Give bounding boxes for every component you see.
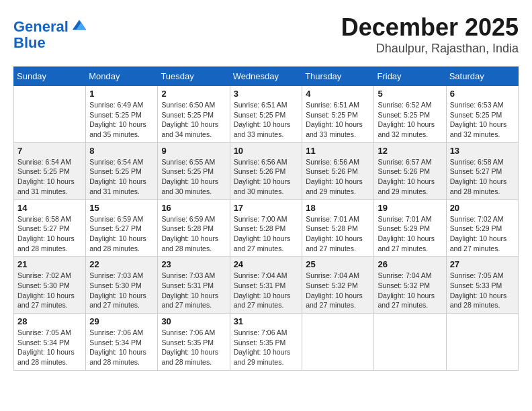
day-number: 5 [378, 89, 442, 99]
day-number: 30 [161, 316, 226, 326]
day-number: 20 [450, 203, 515, 213]
calendar-week-row: 1Sunrise: 6:49 AM Sunset: 5:25 PM Daylig… [14, 86, 519, 143]
calendar-cell: 27Sunrise: 7:05 AM Sunset: 5:33 PM Dayli… [446, 257, 518, 314]
calendar-cell: 7Sunrise: 6:54 AM Sunset: 5:25 PM Daylig… [14, 142, 86, 199]
day-number: 26 [378, 259, 442, 269]
calendar-cell [374, 314, 446, 371]
day-number: 14 [17, 203, 82, 213]
day-number: 7 [17, 146, 82, 156]
day-number: 17 [234, 203, 299, 213]
day-number: 24 [234, 259, 299, 269]
calendar-cell: 23Sunrise: 7:03 AM Sunset: 5:31 PM Dayli… [158, 257, 230, 314]
day-info: Sunrise: 6:52 AM Sunset: 5:25 PM Dayligh… [378, 100, 442, 140]
day-number: 6 [450, 89, 515, 99]
calendar-cell: 25Sunrise: 7:04 AM Sunset: 5:32 PM Dayli… [302, 257, 374, 314]
day-info: Sunrise: 7:06 AM Sunset: 5:34 PM Dayligh… [89, 328, 154, 367]
calendar-cell: 2Sunrise: 6:50 AM Sunset: 5:25 PM Daylig… [158, 86, 230, 143]
calendar-cell: 3Sunrise: 6:51 AM Sunset: 5:25 PM Daylig… [230, 86, 302, 143]
calendar-cell: 6Sunrise: 6:53 AM Sunset: 5:25 PM Daylig… [446, 86, 518, 143]
day-number: 9 [161, 146, 226, 156]
calendar-cell: 21Sunrise: 7:02 AM Sunset: 5:30 PM Dayli… [14, 257, 86, 314]
day-number: 18 [306, 203, 370, 213]
header-tuesday: Tuesday [158, 67, 230, 86]
day-info: Sunrise: 6:55 AM Sunset: 5:25 PM Dayligh… [161, 157, 226, 197]
calendar-cell: 19Sunrise: 7:01 AM Sunset: 5:29 PM Dayli… [374, 199, 446, 257]
calendar-cell: 17Sunrise: 7:00 AM Sunset: 5:28 PM Dayli… [230, 199, 302, 257]
day-number: 28 [17, 316, 82, 326]
month-title: December 2025 [341, 13, 519, 42]
day-info: Sunrise: 7:06 AM Sunset: 5:35 PM Dayligh… [161, 328, 226, 367]
day-number: 1 [89, 89, 154, 99]
calendar-cell: 13Sunrise: 6:58 AM Sunset: 5:27 PM Dayli… [446, 142, 518, 199]
day-info: Sunrise: 7:05 AM Sunset: 5:34 PM Dayligh… [17, 328, 82, 367]
day-info: Sunrise: 6:56 AM Sunset: 5:26 PM Dayligh… [306, 157, 370, 197]
calendar-cell: 1Sunrise: 6:49 AM Sunset: 5:25 PM Daylig… [86, 86, 158, 143]
day-number: 22 [89, 259, 154, 269]
calendar-cell: 20Sunrise: 7:02 AM Sunset: 5:29 PM Dayli… [446, 199, 518, 257]
day-number: 16 [161, 203, 226, 213]
calendar-header-row: SundayMondayTuesdayWednesdayThursdayFrid… [14, 67, 519, 86]
day-number: 12 [378, 146, 442, 156]
day-info: Sunrise: 7:02 AM Sunset: 5:29 PM Dayligh… [450, 214, 515, 254]
day-number: 10 [234, 146, 299, 156]
day-info: Sunrise: 6:51 AM Sunset: 5:25 PM Dayligh… [234, 100, 299, 140]
day-info: Sunrise: 6:59 AM Sunset: 5:28 PM Dayligh… [161, 214, 226, 254]
calendar-cell: 11Sunrise: 6:56 AM Sunset: 5:26 PM Dayli… [302, 142, 374, 199]
day-number: 19 [378, 203, 442, 213]
calendar: SundayMondayTuesdayWednesdayThursdayFrid… [13, 66, 519, 371]
header-saturday: Saturday [446, 67, 518, 86]
day-number: 4 [306, 89, 370, 99]
day-info: Sunrise: 6:54 AM Sunset: 5:25 PM Dayligh… [17, 157, 82, 197]
day-info: Sunrise: 7:06 AM Sunset: 5:35 PM Dayligh… [234, 328, 299, 367]
day-info: Sunrise: 6:49 AM Sunset: 5:25 PM Dayligh… [89, 100, 154, 140]
day-number: 27 [450, 259, 515, 269]
day-info: Sunrise: 7:05 AM Sunset: 5:33 PM Dayligh… [450, 271, 515, 310]
calendar-cell: 31Sunrise: 7:06 AM Sunset: 5:35 PM Dayli… [230, 314, 302, 371]
calendar-cell: 12Sunrise: 6:57 AM Sunset: 5:26 PM Dayli… [374, 142, 446, 199]
day-info: Sunrise: 7:04 AM Sunset: 5:32 PM Dayligh… [378, 271, 442, 310]
calendar-week-row: 7Sunrise: 6:54 AM Sunset: 5:25 PM Daylig… [14, 142, 519, 199]
day-info: Sunrise: 6:54 AM Sunset: 5:25 PM Dayligh… [89, 157, 154, 197]
calendar-cell: 14Sunrise: 6:58 AM Sunset: 5:27 PM Dayli… [14, 199, 86, 257]
calendar-cell: 22Sunrise: 7:03 AM Sunset: 5:30 PM Dayli… [86, 257, 158, 314]
calendar-week-row: 14Sunrise: 6:58 AM Sunset: 5:27 PM Dayli… [14, 199, 519, 257]
calendar-cell: 10Sunrise: 6:56 AM Sunset: 5:26 PM Dayli… [230, 142, 302, 199]
calendar-cell: 26Sunrise: 7:04 AM Sunset: 5:32 PM Dayli… [374, 257, 446, 314]
calendar-week-row: 28Sunrise: 7:05 AM Sunset: 5:34 PM Dayli… [14, 314, 519, 371]
day-info: Sunrise: 6:56 AM Sunset: 5:26 PM Dayligh… [234, 157, 299, 197]
day-number: 23 [161, 259, 226, 269]
calendar-cell: 18Sunrise: 7:01 AM Sunset: 5:28 PM Dayli… [302, 199, 374, 257]
header-friday: Friday [374, 67, 446, 86]
calendar-cell [302, 314, 374, 371]
day-info: Sunrise: 7:03 AM Sunset: 5:30 PM Dayligh… [89, 271, 154, 310]
location-title: Dhaulpur, Rajasthan, India [341, 42, 519, 56]
day-number: 2 [161, 89, 226, 99]
day-info: Sunrise: 6:58 AM Sunset: 5:27 PM Dayligh… [17, 214, 82, 254]
calendar-cell: 9Sunrise: 6:55 AM Sunset: 5:25 PM Daylig… [158, 142, 230, 199]
day-info: Sunrise: 6:57 AM Sunset: 5:26 PM Dayligh… [378, 157, 442, 197]
day-number: 15 [89, 203, 154, 213]
day-number: 31 [234, 316, 299, 326]
header-sunday: Sunday [14, 67, 86, 86]
day-info: Sunrise: 7:01 AM Sunset: 5:29 PM Dayligh… [378, 214, 442, 254]
day-number: 13 [450, 146, 515, 156]
calendar-week-row: 21Sunrise: 7:02 AM Sunset: 5:30 PM Dayli… [14, 257, 519, 314]
day-info: Sunrise: 7:03 AM Sunset: 5:31 PM Dayligh… [161, 271, 226, 310]
calendar-cell: 28Sunrise: 7:05 AM Sunset: 5:34 PM Dayli… [14, 314, 86, 371]
day-info: Sunrise: 7:04 AM Sunset: 5:31 PM Dayligh… [234, 271, 299, 310]
day-number: 29 [89, 316, 154, 326]
header-thursday: Thursday [302, 67, 374, 86]
day-number: 3 [234, 89, 299, 99]
calendar-cell: 30Sunrise: 7:06 AM Sunset: 5:35 PM Dayli… [158, 314, 230, 371]
logo-text-general: General [13, 19, 69, 35]
day-info: Sunrise: 7:04 AM Sunset: 5:32 PM Dayligh… [306, 271, 370, 310]
header: General Blue December 2025 Dhaulpur, Raj… [13, 13, 519, 56]
day-number: 25 [306, 259, 370, 269]
logo-icon [70, 16, 89, 35]
logo-text-blue: Blue [13, 35, 89, 51]
calendar-cell [446, 314, 518, 371]
day-info: Sunrise: 6:50 AM Sunset: 5:25 PM Dayligh… [161, 100, 226, 140]
day-number: 8 [89, 146, 154, 156]
header-monday: Monday [86, 67, 158, 86]
calendar-cell [14, 86, 86, 143]
